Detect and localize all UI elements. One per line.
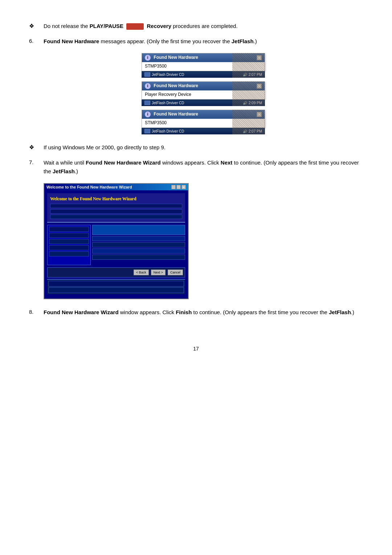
numbered-sym-7: 7.: [29, 158, 44, 165]
wiz-row-3: [50, 215, 182, 219]
numbered-sym-8: 8.: [29, 308, 44, 315]
bullet2-text: If using Windows Me or 2000, go directly…: [44, 143, 363, 152]
wizard-body-left: [47, 225, 91, 265]
card3-title: Found New Hardware: [154, 112, 198, 117]
bullet1-text-before: Do not release the: [44, 23, 90, 29]
wlr-2: [49, 233, 89, 238]
numbered-item-6: 6. Found New Hardware messages appear. (…: [29, 37, 363, 46]
wiz-row-2: [50, 209, 182, 214]
wizard-header-rows: [50, 204, 182, 219]
wlr-1: [49, 227, 89, 232]
found-hw-stack: i Found New Hardware × STMP3500 JetFlash…: [142, 53, 265, 134]
found-hw-card-2-wrapper: i Found New Hardware × Player Recovery D…: [142, 81, 265, 106]
wizard-minimize[interactable]: _: [171, 185, 176, 189]
bullet-item-1: ❖ Do not release the PLAY/PAUSE Recovery…: [29, 22, 363, 31]
item7-bold3: JetFlash: [53, 168, 75, 174]
numbered-sym-6: 6.: [29, 37, 44, 44]
bullet1-text-end: procedures are completed.: [171, 23, 238, 29]
wsb-1: [48, 281, 184, 287]
bullet-sym-2: ❖: [29, 143, 44, 151]
wrr-3: [92, 248, 185, 254]
card2-taskbar-item: JetFlash Drviver CD: [144, 101, 184, 105]
play-pause-icon: [126, 23, 144, 30]
item8-text: Found New Hardware Wizard window appears…: [44, 308, 363, 317]
card2-taskbar-icon: [144, 101, 150, 105]
wizard-status-bar: [47, 279, 185, 294]
item6-bold1: Found New Hardware: [44, 38, 99, 44]
numbered-item-8: 8. Found New Hardware Wizard window appe…: [29, 308, 363, 317]
wizard-content: Welcome to the Found New Hardware Wizard: [44, 190, 188, 297]
wizard-body: [47, 225, 185, 265]
found-hw-screenshots: i Found New Hardware × STMP3500 JetFlash…: [44, 53, 363, 134]
wlr-5: [49, 251, 89, 256]
card2-title: Found New Hardware: [154, 83, 198, 88]
card3-taskbar-label: JetFlash Drviver CD: [152, 129, 184, 133]
item8-bold1: Found New Hardware Wizard: [44, 309, 119, 315]
card3-info-icon: i: [145, 112, 151, 117]
wizard-body-right: [92, 225, 185, 265]
item6-text-end: .): [254, 38, 257, 44]
bullet1-bold1: PLAY/PAUSE: [90, 23, 123, 29]
card1-taskbar-label: JetFlash Drviver CD: [152, 73, 184, 77]
card1-title: Found New Hardware: [154, 55, 198, 60]
card2-taskbar-label: JetFlash Drviver CD: [152, 101, 184, 105]
item6-text: Found New Hardware messages appear. (Onl…: [44, 37, 363, 46]
card3-overlay: [232, 110, 265, 134]
wrr-top: [92, 225, 185, 235]
wrr-2: [92, 242, 185, 247]
bullet-text-1: Do not release the PLAY/PAUSE Recovery p…: [44, 22, 363, 31]
card2-title-row: i Found New Hardware: [145, 83, 198, 89]
card1-overlay: [232, 53, 265, 78]
item8-bold2: Finish: [176, 309, 192, 315]
bullet1-btn: [123, 23, 147, 29]
wrr-4: [92, 255, 185, 260]
bullet-item-2: ❖ If using Windows Me or 2000, go direct…: [29, 143, 363, 152]
page-number: 17: [193, 346, 199, 352]
wizard-left-col: [50, 204, 182, 219]
page-footer: 17: [29, 346, 363, 352]
wizard-maximize[interactable]: □: [176, 185, 181, 189]
wlr-4: [49, 245, 89, 250]
bullet1-bold2: Recovery: [147, 23, 171, 29]
wizard-footer: < Back Next > Cancel: [47, 267, 185, 278]
item7-bold1: Found New Hardware Wizard: [86, 159, 161, 166]
card3-title-row: i Found New Hardware: [145, 112, 198, 117]
wizard-header-title: Welcome to the Found New Hardware Wizard: [50, 196, 182, 202]
wlr-3: [49, 239, 89, 244]
card3-taskbar-icon: [144, 129, 150, 133]
card3-taskbar-item: JetFlash Drviver CD: [144, 129, 184, 133]
found-hw-card-1-wrapper: i Found New Hardware × STMP3500 JetFlash…: [142, 53, 265, 78]
item6-text-after: messages appear. (Only the first time yo…: [99, 38, 231, 44]
page-content: ❖ Do not release the PLAY/PAUSE Recovery…: [29, 22, 363, 352]
wizard-next-btn[interactable]: Next >: [151, 270, 166, 275]
item7-text-end: .): [75, 168, 78, 174]
wsb-2: [48, 287, 184, 293]
item7-text-after: windows appears. Click: [161, 159, 221, 166]
wizard-screenshot: Welcome to the Found New Hardware Wizard…: [44, 183, 189, 299]
wizard-close[interactable]: ×: [181, 185, 186, 189]
item7-text: Wait a while until Found New Hardware Wi…: [44, 158, 363, 176]
card2-overlay: [232, 81, 265, 106]
wizard-cancel-btn[interactable]: Cancel: [168, 270, 183, 275]
wizard-title-text: Welcome to the Found New Hardware Wizard: [46, 185, 132, 189]
card1-info-icon: i: [145, 55, 151, 61]
item7-text-before: Wait a while until: [44, 159, 86, 166]
found-hw-card-3-wrapper: i Found New Hardware × STMP3500 JetFlash…: [142, 110, 265, 134]
wrr-1: [92, 236, 185, 241]
item6-bold2: JetFlash: [232, 38, 254, 44]
card1-taskbar-icon: [144, 72, 150, 77]
card1-taskbar-item: JetFlash Drviver CD: [144, 72, 184, 77]
wizard-back-btn[interactable]: < Back: [134, 270, 149, 275]
item8-text-end: .): [351, 309, 354, 315]
item7-bold2: Next: [221, 159, 233, 166]
wizard-title-btns: _ □ ×: [171, 185, 186, 189]
item8-text-after2: to continue. (Only appears the first tim…: [192, 309, 329, 315]
bullet-sym-1: ❖: [29, 22, 44, 29]
wizard-header-area: Welcome to the Found New Hardware Wizard: [47, 193, 185, 223]
card2-info-icon: i: [145, 83, 151, 89]
wiz-row-1: [50, 204, 182, 208]
numbered-item-7: 7. Wait a while until Found New Hardware…: [29, 158, 363, 176]
card1-title-row: i Found New Hardware: [145, 55, 198, 61]
wizard-title-bar: Welcome to the Found New Hardware Wizard…: [44, 184, 188, 190]
item8-bold3: JetFlash: [329, 309, 351, 315]
